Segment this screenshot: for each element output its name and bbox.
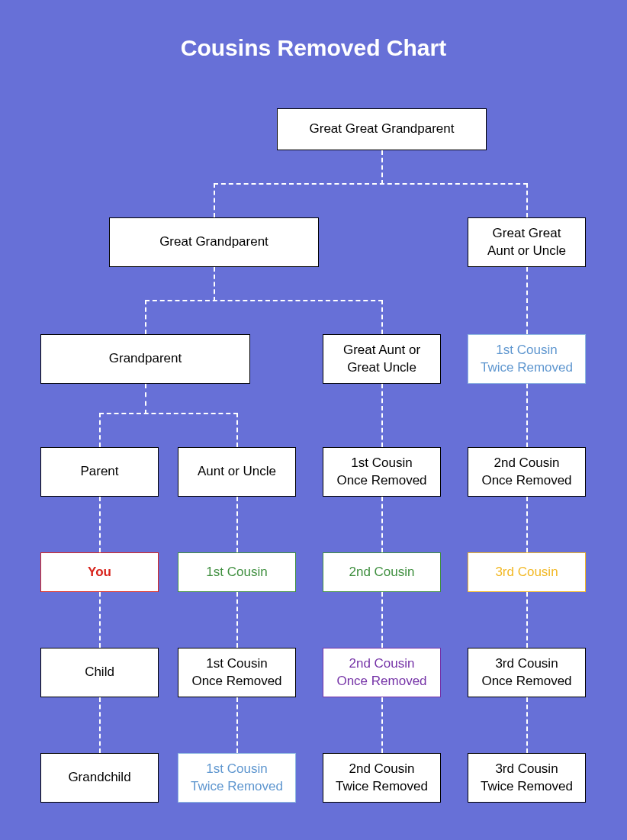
connector — [236, 413, 238, 447]
connector — [145, 300, 383, 301]
node-1st-cousin-twice-removed-upper: 1st CousinTwice Removed — [468, 334, 586, 384]
connector — [145, 300, 146, 334]
node-parent: Parent — [40, 447, 159, 497]
connector — [99, 497, 101, 552]
connector — [236, 592, 238, 648]
connector — [99, 413, 238, 414]
node-great-grandparent: Great Grandparent — [109, 217, 319, 267]
connector — [236, 697, 238, 753]
connector — [381, 497, 383, 552]
node-3rd-cousin-twice-removed: 3rd CousinTwice Removed — [468, 753, 586, 803]
connector — [526, 267, 528, 334]
connector — [145, 384, 146, 414]
node-1st-cousin-once-removed-upper: 1st CousinOnce Removed — [323, 447, 441, 497]
node-3rd-cousin-once-removed: 3rd CousinOnce Removed — [468, 648, 586, 697]
connector — [381, 697, 383, 753]
connector — [526, 384, 528, 447]
connector — [214, 183, 528, 185]
connector — [526, 183, 528, 217]
node-great-great-aunt-uncle: Great GreatAunt or Uncle — [468, 217, 586, 267]
node-3rd-cousin: 3rd Cousin — [468, 552, 586, 592]
connector — [99, 413, 101, 447]
node-2nd-cousin: 2nd Cousin — [323, 552, 441, 592]
connector — [526, 592, 528, 648]
connector — [381, 384, 383, 447]
node-grandparent: Grandparent — [40, 334, 250, 384]
node-you: You — [40, 552, 159, 592]
node-1st-cousin: 1st Cousin — [178, 552, 296, 592]
connector — [99, 697, 101, 753]
connector — [236, 497, 238, 552]
node-2nd-cousin-once-removed-lower: 2nd CousinOnce Removed — [323, 648, 441, 697]
node-1st-cousin-once-removed-lower: 1st CousinOnce Removed — [178, 648, 296, 697]
node-great-aunt-uncle: Great Aunt orGreat Uncle — [323, 334, 441, 384]
connector — [214, 267, 215, 301]
node-aunt-uncle: Aunt or Uncle — [178, 447, 296, 497]
node-2nd-cousin-twice-removed: 2nd CousinTwice Removed — [323, 753, 441, 803]
page-title: Cousins Removed Chart — [0, 35, 627, 61]
connector — [381, 150, 383, 185]
connector — [381, 592, 383, 648]
node-grandchild: Grandchild — [40, 753, 159, 803]
connector — [214, 183, 215, 217]
node-1st-cousin-twice-removed-lower: 1st CousinTwice Removed — [178, 753, 296, 803]
connector — [526, 697, 528, 753]
connector — [99, 592, 101, 648]
connector — [381, 300, 383, 334]
node-great-great-grandparent: Great Great Grandparent — [277, 108, 487, 150]
connector — [526, 497, 528, 552]
node-2nd-cousin-once-removed-upper: 2nd CousinOnce Removed — [468, 447, 586, 497]
node-child: Child — [40, 648, 159, 697]
